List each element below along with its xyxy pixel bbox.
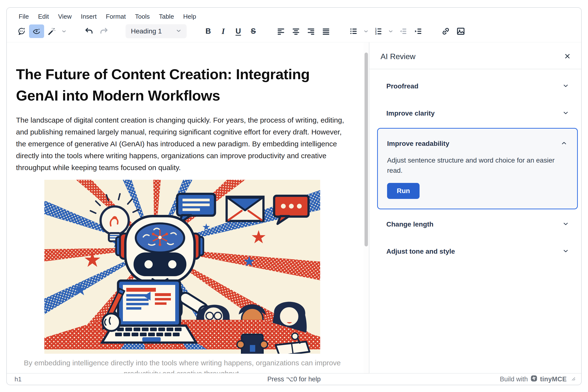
main-area: The Future of Content Creation: Integrat… <box>7 42 581 373</box>
section-change-length[interactable]: Change length <box>377 211 579 238</box>
section-label: Proofread <box>386 82 418 90</box>
chevron-down-icon <box>562 110 569 117</box>
panel-title: AI Review <box>380 52 415 61</box>
magic-wand-sparkles-icon <box>47 27 56 36</box>
align-center-button[interactable] <box>288 24 303 38</box>
undo-button[interactable] <box>82 24 97 38</box>
menu-file[interactable]: File <box>14 12 34 22</box>
ai-review-panel-header: AI Review <box>369 42 581 69</box>
insert-image-button[interactable] <box>453 24 468 38</box>
redo-icon <box>99 27 109 36</box>
outdent-button[interactable] <box>396 24 411 38</box>
underline-icon: U <box>236 27 241 36</box>
image-caption: By embedding intelligence directly into … <box>21 358 343 373</box>
bullet-list-dropdown-chevron[interactable] <box>361 24 371 38</box>
element-path[interactable]: h1 <box>15 376 22 383</box>
menu-tools[interactable]: Tools <box>130 12 154 22</box>
chevron-down-icon <box>363 28 369 34</box>
justify-icon <box>322 27 330 36</box>
editor-canvas[interactable]: The Future of Content Creation: Integrat… <box>7 42 364 373</box>
section-label: Adjust tone and style <box>386 248 455 255</box>
menu-help[interactable]: Help <box>179 12 201 22</box>
eye-sparkle-icon <box>32 27 41 36</box>
toolbar: Heading 1 B I U S <box>7 22 581 42</box>
bullet-list-icon <box>349 27 358 36</box>
chevron-down-icon <box>562 82 569 90</box>
strikethrough-icon: S <box>251 27 256 36</box>
undo-icon <box>84 27 94 36</box>
underline-button[interactable]: U <box>231 24 246 38</box>
align-right-icon <box>307 27 315 36</box>
section-improve-readability[interactable]: Improve readability <box>378 130 577 152</box>
ai-chat-bubble-sparkle-icon <box>17 27 26 36</box>
ai-review-sections: Proofread Improve clarity Improve readab… <box>369 69 581 265</box>
numbered-list-icon: 1 2 3 <box>374 27 383 36</box>
article-illustration[interactable] <box>44 180 320 354</box>
document-paragraph: The landscape of digital content creatio… <box>16 114 349 174</box>
ai-dialog-button[interactable] <box>14 24 29 38</box>
menu-edit[interactable]: Edit <box>34 12 54 22</box>
numbered-list-dropdown-chevron[interactable] <box>386 24 396 38</box>
indent-icon <box>414 27 422 36</box>
run-button[interactable]: Run <box>387 183 419 199</box>
tablet-illustration <box>237 334 268 354</box>
svg-text:3: 3 <box>375 32 377 35</box>
align-center-icon <box>292 27 300 36</box>
outdent-icon <box>399 27 407 36</box>
chain-link-icon <box>441 27 450 36</box>
align-left-icon <box>277 27 285 36</box>
redo-button[interactable] <box>97 24 112 38</box>
chevron-down-icon <box>61 28 67 34</box>
menu-view[interactable]: View <box>54 12 76 22</box>
resize-handle-icon[interactable] <box>570 376 576 383</box>
bold-icon: B <box>206 27 211 36</box>
section-improve-readability-expanded: Improve readability Adjust sentence stru… <box>377 128 578 209</box>
document-title: The Future of Content Creation: Integrat… <box>16 64 349 106</box>
chevron-down-icon <box>176 28 182 35</box>
ai-review-button[interactable] <box>29 24 44 38</box>
chevron-down-icon <box>562 248 569 255</box>
bold-button[interactable]: B <box>201 24 216 38</box>
section-label: Change length <box>386 220 433 228</box>
indent-button[interactable] <box>411 24 426 38</box>
numbered-list-button[interactable]: 1 2 3 <box>371 24 386 38</box>
chevron-down-icon <box>562 220 569 228</box>
status-bar: h1 Press ⌥0 for help Build with tinyMCE <box>7 373 581 385</box>
scrollbar-thumb[interactable] <box>365 52 368 246</box>
picture-frame-icon <box>456 27 465 36</box>
chevron-down-icon <box>388 28 394 34</box>
italic-icon: I <box>222 27 225 36</box>
align-left-button[interactable] <box>273 24 288 38</box>
block-format-value: Heading 1 <box>131 28 162 35</box>
chevron-up-icon <box>560 140 567 148</box>
ai-review-panel: AI Review Proofread Improve clarity <box>369 42 581 373</box>
branding-name[interactable]: tinyMCE <box>540 376 567 383</box>
menu-format[interactable]: Format <box>101 12 130 22</box>
section-label: Improve clarity <box>386 110 435 117</box>
tinymce-editor-window: File Edit View Insert Format Tools Table… <box>6 7 582 385</box>
insert-link-button[interactable] <box>438 24 453 38</box>
menu-bar: File Edit View Insert Format Tools Table… <box>7 8 581 22</box>
close-icon[interactable] <box>564 52 571 61</box>
ai-shortcuts-button[interactable] <box>44 24 59 38</box>
block-format-select[interactable]: Heading 1 <box>126 24 187 38</box>
menu-table[interactable]: Table <box>154 12 179 22</box>
envelope-icon <box>227 197 263 221</box>
italic-button[interactable]: I <box>216 24 231 38</box>
branding-prefix: Build with <box>500 376 528 383</box>
section-label: Improve readability <box>387 140 449 148</box>
strikethrough-button[interactable]: S <box>246 24 261 38</box>
align-right-button[interactable] <box>303 24 318 38</box>
ai-shortcuts-dropdown-chevron[interactable] <box>59 24 69 38</box>
section-proofread[interactable]: Proofread <box>377 73 579 100</box>
document-body: The Future of Content Creation: Integrat… <box>7 42 364 373</box>
editor-scrollbar[interactable] <box>364 42 369 373</box>
section-improve-clarity[interactable]: Improve clarity <box>377 100 579 127</box>
tinymce-logo-icon <box>530 375 537 384</box>
menu-insert[interactable]: Insert <box>76 12 101 22</box>
section-adjust-tone-style[interactable]: Adjust tone and style <box>377 238 579 265</box>
bullet-list-button[interactable] <box>346 24 361 38</box>
retro-robot-collaboration-image <box>44 180 320 354</box>
justify-button[interactable] <box>318 24 333 38</box>
help-shortcut-text: Press ⌥0 for help <box>267 375 321 383</box>
